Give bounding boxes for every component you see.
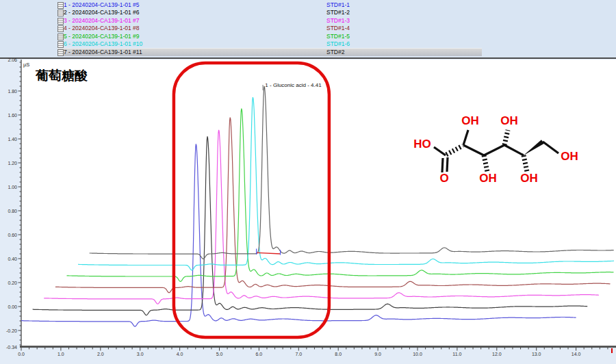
- svg-text:1.40: 1.40: [8, 137, 17, 142]
- atom-label-OH: OH: [561, 150, 578, 163]
- svg-text:-0.34: -0.34: [6, 345, 17, 350]
- svg-text:10.0: 10.0: [413, 352, 422, 356]
- x-axis-ticks: 0.01.02.03.04.05.06.07.08.09.010.011.012…: [18, 348, 612, 356]
- svg-text:7.0: 7.0: [295, 352, 302, 356]
- svg-text:6.0: 6.0: [256, 352, 263, 356]
- svg-text:1.0: 1.0: [57, 352, 64, 356]
- svg-text:0.40: 0.40: [8, 257, 17, 261]
- svg-text:1.00: 1.00: [8, 185, 17, 190]
- y-axis-unit: µS: [23, 62, 29, 68]
- atom-label-OH: OH: [479, 172, 497, 185]
- svg-text:12.0: 12.0: [492, 352, 502, 356]
- svg-text:5.0: 5.0: [216, 352, 223, 356]
- svg-text:9.0: 9.0: [374, 352, 381, 356]
- svg-text:1.20: 1.20: [8, 161, 17, 166]
- svg-text:-0.20: -0.20: [6, 328, 17, 333]
- svg-text:2.06: 2.06: [8, 57, 17, 62]
- svg-text:0.00: 0.00: [8, 304, 17, 309]
- svg-text:8.0: 8.0: [335, 352, 342, 356]
- svg-text:0.20: 0.20: [8, 281, 17, 285]
- x-axis-line: [20, 346, 616, 348]
- atom-label-OH: OH: [500, 114, 518, 127]
- svg-text:2.0: 2.0: [97, 352, 104, 356]
- svg-text:1.80: 1.80: [8, 89, 17, 94]
- chromatogram-plot: µS 葡萄糖酸 -0.200.000.200.400.600.801.001.2…: [0, 0, 616, 364]
- atom-label-O: O: [439, 172, 448, 185]
- svg-text:0.0: 0.0: [18, 352, 25, 356]
- svg-text:13.0: 13.0: [532, 352, 541, 356]
- svg-text:0.60: 0.60: [8, 233, 17, 237]
- svg-text:3.0: 3.0: [137, 352, 144, 356]
- atom-label-OH: OH: [520, 172, 538, 185]
- svg-text:4.0: 4.0: [177, 352, 183, 356]
- peak-label: 1 - Gluconic acid - 4.41: [265, 82, 322, 88]
- atom-label-OH: OH: [461, 114, 479, 127]
- svg-text:11.0: 11.0: [452, 352, 461, 356]
- y-axis-ticks: -0.200.000.200.400.600.801.001.201.401.6…: [6, 57, 21, 350]
- svg-text:0.80: 0.80: [8, 209, 17, 213]
- plot-area[interactable]: [21, 60, 616, 347]
- svg-text:1.60: 1.60: [8, 113, 17, 118]
- atom-label-HO: HO: [413, 138, 431, 151]
- svg-text:14.0: 14.0: [572, 352, 581, 356]
- chart-title: 葡萄糖酸: [35, 68, 88, 83]
